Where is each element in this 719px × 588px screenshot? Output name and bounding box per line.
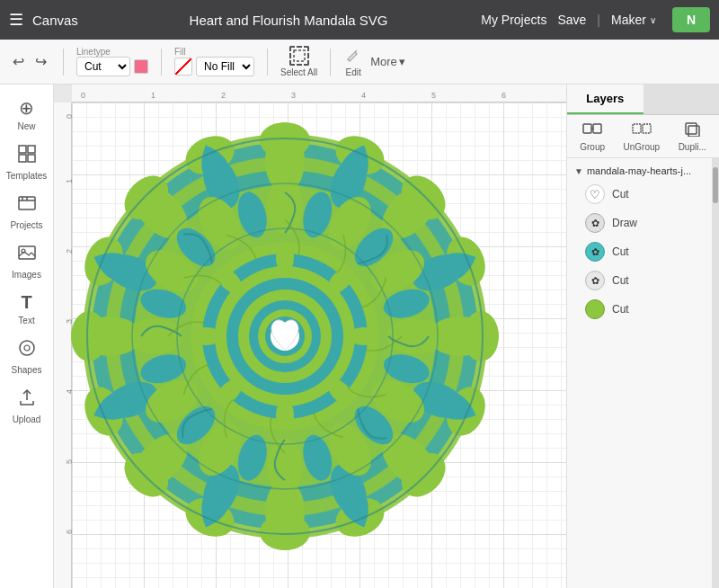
duplicate-label: Dupli...	[679, 142, 706, 152]
svg-rect-99	[686, 123, 697, 134]
linetype-color-swatch	[134, 59, 148, 74]
linetype-group: Linetype Cut	[76, 47, 148, 76]
edit-label: Edit	[346, 67, 361, 77]
tab-layers[interactable]: Layers	[567, 85, 644, 114]
sidebar-item-images[interactable]: Images	[4, 237, 50, 285]
hamburger-icon[interactable]: ☰	[9, 10, 23, 30]
upload-icon	[17, 388, 37, 412]
fill-group: Fill No Fill	[174, 47, 254, 76]
sidebar-item-templates[interactable]: Templates	[4, 138, 50, 186]
sidebar-item-text[interactable]: T Text	[4, 287, 50, 331]
svg-rect-2	[19, 146, 26, 153]
sidebar-item-upload-label: Upload	[13, 414, 41, 424]
layer-item-1[interactable]: ♡ Cut	[567, 180, 712, 209]
undo-button[interactable]: ↩	[9, 49, 28, 74]
sidebar-item-shapes-label: Shapes	[12, 365, 42, 375]
svg-point-50	[267, 177, 303, 235]
layer-5-icon	[585, 299, 605, 319]
sidebar-item-projects-label: Projects	[10, 220, 42, 230]
select-all-label: Select All	[280, 67, 317, 77]
svg-rect-9	[19, 246, 35, 259]
top-navigation: ☰ Canvas Heart and Flourish Mandala SVG …	[0, 0, 719, 40]
svg-point-89	[190, 327, 222, 345]
layer-item-4[interactable]: ✿ Cut	[567, 266, 712, 295]
my-projects-link[interactable]: My Projects	[481, 13, 546, 27]
duplicate-button[interactable]: Dupli...	[679, 120, 706, 152]
redo-button[interactable]: ↪	[31, 49, 50, 74]
svg-rect-3	[28, 146, 35, 153]
svg-rect-100	[688, 126, 699, 137]
group-icon	[582, 120, 602, 140]
svg-point-59	[126, 318, 183, 354]
sidebar-item-projects[interactable]: Projects	[4, 188, 50, 236]
sidebar-item-shapes[interactable]: Shapes	[4, 333, 50, 380]
group-chevron: ▼	[574, 166, 583, 176]
layer-item-2[interactable]: ✿ Draw	[567, 209, 712, 237]
canvas-area[interactable]: 0 1 2 3 4 5 6 7 0 1 2 3 4 5 6	[54, 85, 566, 588]
sidebar-item-new-label: New	[17, 121, 35, 131]
sidebar-item-text-label: Text	[18, 316, 34, 325]
main-layout: ⊕ New Templates Projects Images T Text	[0, 85, 719, 588]
sidebar-item-upload[interactable]: Upload	[4, 382, 50, 430]
ruler-tick-1: 1	[151, 91, 155, 100]
svg-rect-0	[294, 50, 305, 61]
sidebar-item-new[interactable]: ⊕ New	[4, 92, 50, 137]
svg-rect-4	[19, 155, 26, 162]
layer-item-5[interactable]: Cut	[567, 295, 712, 324]
toolbar-separator-4	[330, 49, 331, 76]
nav-right-group: My Projects Save | Maker ∨ N	[481, 7, 710, 32]
save-button[interactable]: Save	[557, 13, 586, 27]
svg-point-56	[267, 438, 303, 495]
layers-actions: Group UnGroup Dupli...	[567, 115, 719, 158]
duplicate-icon	[683, 120, 701, 140]
layer-5-label: Cut	[612, 303, 629, 316]
fill-label: Fill	[174, 47, 254, 57]
new-icon: ⊕	[19, 97, 34, 119]
undo-redo-group: ↩ ↪	[9, 49, 50, 74]
ungroup-label: UnGroup	[624, 142, 661, 152]
templates-icon	[17, 144, 37, 168]
brand-label: Canvas	[32, 13, 78, 28]
fill-select[interactable]: No Fill	[196, 57, 254, 76]
mandala-image[interactable]	[69, 120, 501, 552]
svg-rect-97	[633, 124, 641, 133]
select-all-button[interactable]: Select All	[280, 46, 317, 77]
fill-color-swatch	[174, 58, 192, 76]
layer-1-label: Cut	[612, 188, 629, 200]
svg-rect-94	[583, 124, 591, 133]
svg-point-83	[276, 241, 294, 273]
group-button[interactable]: Group	[580, 120, 605, 152]
ungroup-button[interactable]: UnGroup	[624, 120, 661, 152]
edit-button[interactable]: Edit	[343, 46, 363, 77]
scrollbar-thumb[interactable]	[713, 167, 718, 203]
layer-3-icon: ✿	[585, 242, 605, 262]
toolbar-separator-2	[161, 49, 162, 76]
ruler-tick-0: 0	[81, 91, 85, 100]
ruler-tick-3: 3	[291, 91, 296, 100]
svg-line-1	[355, 50, 357, 52]
maker-dropdown[interactable]: Maker ∨	[611, 13, 656, 27]
layers-scrollbar[interactable]	[712, 158, 719, 588]
edit-icon	[343, 46, 363, 66]
group-label: Group	[580, 142, 605, 152]
right-panel: Layers Group UnGroup Dupli...	[566, 85, 719, 588]
toolbar: ↩ ↪ Linetype Cut Fill No Fill Select All	[0, 40, 719, 85]
svg-point-12	[24, 345, 30, 351]
new-button[interactable]: N	[672, 7, 710, 32]
nav-divider: |	[597, 13, 600, 27]
layers-scroll[interactable]: ▼ mandala-may-hearts-j... ♡ Cut ✿ Draw ✿…	[567, 158, 712, 588]
more-button[interactable]: More ▾	[370, 55, 405, 68]
layer-1-icon: ♡	[585, 184, 605, 204]
sidebar-item-templates-label: Templates	[6, 171, 48, 181]
linetype-select[interactable]: Cut	[76, 57, 130, 76]
svg-point-11	[20, 341, 34, 355]
layer-group-header[interactable]: ▼ mandala-may-hearts-j...	[567, 162, 712, 180]
tab-other[interactable]	[644, 85, 720, 114]
svg-rect-95	[593, 124, 601, 133]
group-name: mandala-may-hearts-j...	[587, 165, 691, 176]
layer-item-3[interactable]: ✿ Cut	[567, 237, 712, 266]
svg-point-53	[386, 318, 444, 354]
svg-point-85	[348, 327, 380, 345]
text-icon: T	[21, 292, 31, 313]
svg-point-87	[276, 399, 294, 432]
